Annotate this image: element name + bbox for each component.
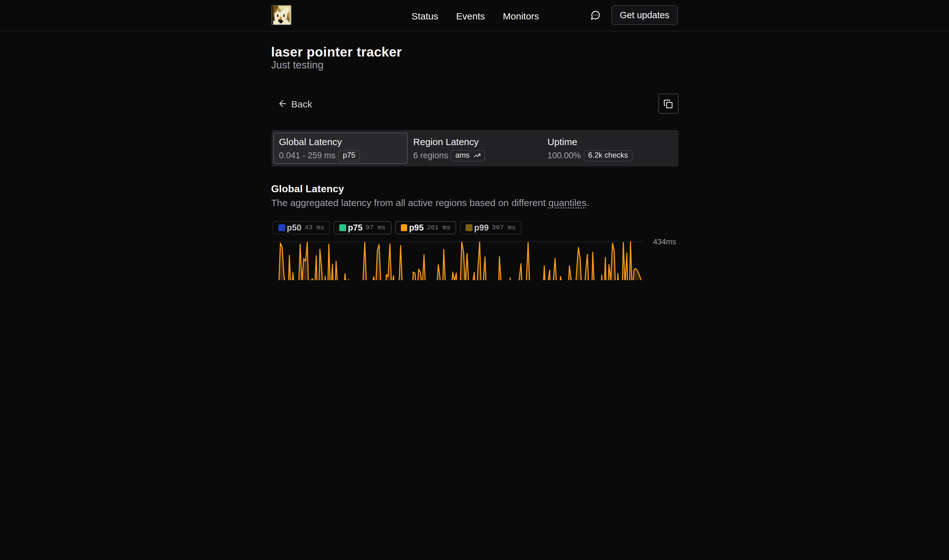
svg-text:434ms: 434ms xyxy=(653,237,676,246)
